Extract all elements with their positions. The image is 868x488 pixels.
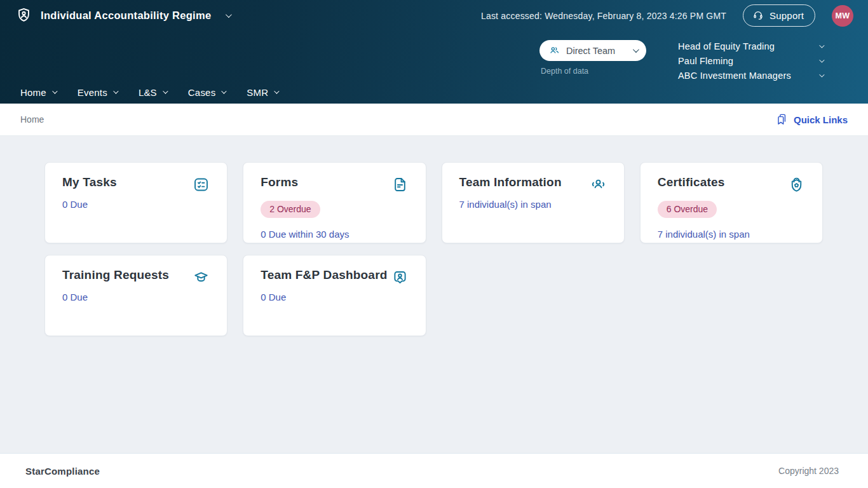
chevron-down-icon xyxy=(113,88,118,93)
card-title: Forms xyxy=(261,175,298,189)
nav-item-label: L&S xyxy=(139,87,157,98)
card-title: Team Information xyxy=(459,175,562,189)
nav-item-events[interactable]: Events xyxy=(78,87,117,98)
brand-name: StarCompliance xyxy=(25,466,100,477)
hierarchy-row[interactable]: Head of Equity Trading xyxy=(678,41,823,51)
main-content: My Tasks0 DueForms2 Overdue0 Due within … xyxy=(0,136,868,453)
footer: StarCompliance Copyright 2023 xyxy=(0,453,868,488)
overdue-badge: 6 Overdue xyxy=(658,201,717,218)
badge-person-icon xyxy=(391,269,409,286)
depth-of-data-select[interactable]: Direct Team xyxy=(539,40,646,61)
breadcrumb-bar: Home Quick Links xyxy=(0,104,868,136)
card-link[interactable]: 0 Due within 30 days xyxy=(261,229,408,240)
card-my-tasks[interactable]: My Tasks0 Due xyxy=(44,162,227,243)
support-button[interactable]: Support xyxy=(743,4,815,27)
card-team-information[interactable]: Team Information7 individual(s) in span xyxy=(442,162,625,243)
card-title: Team F&P Dashboard xyxy=(261,268,387,282)
card-training-requests[interactable]: Training Requests0 Due xyxy=(44,255,227,336)
hierarchy-label: Head of Equity Trading xyxy=(678,41,775,51)
app-header: Individual Accountability Regime Last ac… xyxy=(0,0,868,104)
card-forms[interactable]: Forms2 Overdue0 Due within 30 days xyxy=(243,162,426,243)
team-icon xyxy=(590,176,607,193)
form-icon xyxy=(391,176,409,193)
chevron-down-icon xyxy=(274,88,279,93)
chevron-down-icon xyxy=(819,43,824,48)
card-link[interactable]: 0 Due xyxy=(261,292,408,302)
hierarchy-row[interactable]: ABC Investment Managers xyxy=(678,71,823,81)
nav-item-label: SMR xyxy=(247,87,268,98)
card-link[interactable]: 7 individual(s) in span xyxy=(658,229,805,240)
chevron-down-icon xyxy=(222,88,227,93)
nav-item-label: Home xyxy=(20,87,46,98)
chevron-down-icon xyxy=(52,88,57,93)
bookmarks-icon xyxy=(775,113,788,126)
depth-of-data-caption: Depth of data xyxy=(541,67,646,76)
copyright-text: Copyright 2023 xyxy=(778,466,839,476)
nav-item-label: Cases xyxy=(188,87,216,98)
last-accessed-text: Last accessed: Wednesday, February 8, 20… xyxy=(481,11,726,21)
shield-person-logo-icon xyxy=(15,7,32,24)
card-link[interactable]: 7 individual(s) in span xyxy=(459,199,607,210)
hierarchy-label: Paul Fleming xyxy=(678,56,733,66)
nav-item-home[interactable]: Home xyxy=(20,87,56,98)
chevron-down-icon xyxy=(819,57,824,62)
user-avatar[interactable]: MW xyxy=(832,5,853,27)
hierarchy-label: ABC Investment Managers xyxy=(678,71,791,81)
page-title: Individual Accountability Regime xyxy=(41,10,211,22)
tasks-icon xyxy=(193,176,210,193)
breadcrumb: Home xyxy=(20,114,44,125)
org-hierarchy: Head of Equity TradingPaul FlemingABC In… xyxy=(678,40,823,81)
card-title: Certificates xyxy=(658,175,725,189)
nav-item-label: Events xyxy=(78,87,107,98)
card-link[interactable]: 0 Due xyxy=(62,199,210,210)
card-title: Training Requests xyxy=(62,268,169,282)
dashboard-cards: My Tasks0 DueForms2 Overdue0 Due within … xyxy=(44,162,823,336)
chevron-down-icon xyxy=(819,72,824,77)
certificate-icon xyxy=(788,176,805,193)
hierarchy-row[interactable]: Paul Fleming xyxy=(678,56,823,66)
card-title: My Tasks xyxy=(62,175,117,189)
overdue-badge: 2 Overdue xyxy=(261,201,320,218)
card-team-f-p-dashboard[interactable]: Team F&P Dashboard0 Due xyxy=(243,255,426,336)
nav-item-cases[interactable]: Cases xyxy=(188,87,226,98)
quick-links-button[interactable]: Quick Links xyxy=(775,113,848,126)
chevron-down-icon xyxy=(633,46,639,53)
nav-item-smr[interactable]: SMR xyxy=(247,87,278,98)
main-nav: HomeEventsL&SCasesSMR xyxy=(0,81,868,104)
headset-icon xyxy=(752,10,764,21)
card-link[interactable]: 0 Due xyxy=(62,292,210,302)
nav-item-ls[interactable]: L&S xyxy=(139,87,166,98)
card-certificates[interactable]: Certificates6 Overdue7 individual(s) in … xyxy=(640,162,823,243)
chevron-down-icon xyxy=(163,88,168,93)
chevron-down-icon xyxy=(226,11,232,18)
depth-of-data-value: Direct Team xyxy=(566,46,615,56)
people-icon xyxy=(548,44,560,57)
app-switcher[interactable]: Individual Accountability Regime xyxy=(15,7,230,24)
training-icon xyxy=(193,269,210,286)
